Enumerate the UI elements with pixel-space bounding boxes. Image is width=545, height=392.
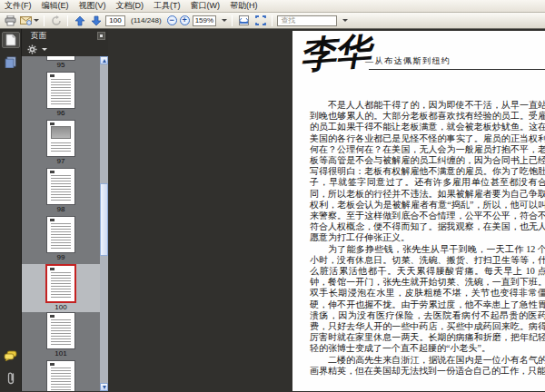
- thumbnail-header-mark: [50, 268, 54, 270]
- previous-view-button: [49, 15, 63, 27]
- zoom-in-button[interactable]: +: [180, 15, 190, 25]
- panel-menu-button[interactable]: [97, 32, 105, 40]
- thumbnail-text-lines: [51, 175, 71, 201]
- page-count-label: (114/248): [131, 16, 162, 24]
- thumbnails-options-bar: [22, 43, 108, 56]
- next-page-icon: [91, 15, 102, 26]
- thumbnail-page-number: 96: [57, 109, 65, 118]
- thumbnail-text-lines: [51, 272, 71, 298]
- page-thumbnail-97[interactable]: 97: [22, 120, 100, 168]
- page-thumbnail-99[interactable]: 99: [22, 216, 100, 264]
- fit-page-button[interactable]: [253, 15, 267, 27]
- menu-h[interactable]: 帮助(H): [230, 0, 258, 12]
- previous-page-icon: [74, 15, 85, 26]
- page-thumbnail-102[interactable]: 102: [22, 360, 100, 391]
- find-placeholder: 查找: [281, 15, 295, 25]
- fit-page-icon: [255, 15, 266, 25]
- page-thumbnail-96[interactable]: 96: [22, 72, 100, 120]
- toolbar-separator: [232, 15, 233, 26]
- menu-d[interactable]: 文档(D): [116, 0, 144, 12]
- thumbnail-page-number: 98: [57, 205, 65, 214]
- options-gear-icon[interactable]: [27, 42, 37, 58]
- document-page: 李华 —从布达佩斯到纽约 不是人人都能干得了的，因为即使不干活，从早一直站到晚也…: [292, 31, 545, 391]
- thumbnail-page-number: 100: [54, 303, 66, 312]
- thumbnail-image[interactable]: [46, 360, 75, 391]
- thumbnail-text-lines: [51, 223, 71, 249]
- author-signature: 李华: [299, 30, 371, 74]
- toolbar-separator: [67, 15, 68, 26]
- email-dropdown-caret[interactable]: [34, 19, 39, 22]
- scroll-down-button[interactable]: [100, 383, 108, 391]
- thumbnail-header-mark: [50, 315, 54, 318]
- comments-icon: [4, 350, 17, 361]
- pages-panel: 页面 9596979899100101102: [22, 29, 108, 391]
- page-thumbnail-98[interactable]: 98: [22, 168, 100, 216]
- thumbnail-image[interactable]: [46, 168, 75, 205]
- menu-e[interactable]: 编辑(E): [42, 0, 69, 12]
- thumbnails-area: 9596979899100101102: [22, 56, 108, 391]
- toolbar-separator: [44, 15, 45, 26]
- thumbnail-page-number: 95: [57, 61, 65, 70]
- thumbnail-page-number: 97: [57, 157, 65, 166]
- thumbnail-image[interactable]: [45, 264, 76, 303]
- toolbar-separator: [272, 15, 272, 26]
- next-page-button[interactable]: [89, 15, 103, 27]
- options-dropdown-caret[interactable]: [42, 48, 47, 51]
- page-thumbnail-100[interactable]: 100: [22, 264, 100, 312]
- body-paragraph: 不是人人都能干得了的，因为即使不干活，从早一直站到晚也够累人的。大部分老板都喜欢…: [310, 100, 545, 244]
- fit-width-icon: [238, 15, 250, 25]
- body-text: 不是人人都能干得了的，因为即使不干活，从早一直站到晚也够累人的。大部分老板都喜欢…: [310, 100, 545, 391]
- thumbnail-image[interactable]: [46, 72, 75, 109]
- thumbnails-scrollbar[interactable]: [100, 56, 108, 391]
- tab-pages[interactable]: [2, 32, 20, 48]
- thumbnail-image[interactable]: [46, 312, 75, 349]
- zoom-out-button[interactable]: −: [167, 15, 177, 25]
- email-button[interactable]: [20, 15, 39, 27]
- body-paragraph: 二楼的高先生来自浙江，据说在国内是一位小有名气的画界精英，但在美国却无法找到一份…: [310, 355, 545, 377]
- thumbnail-header-mark: [50, 171, 54, 173]
- find-input[interactable]: 查找: [277, 15, 337, 26]
- thumbnail-text-lines: [51, 79, 71, 104]
- fit-width-button[interactable]: [237, 15, 251, 27]
- find-dropdown-button[interactable]: [340, 15, 348, 26]
- previous-view-icon: [51, 15, 62, 26]
- thumbnail-header-mark: [50, 219, 54, 221]
- page-thumbnail-95[interactable]: 95: [22, 56, 100, 72]
- menu-w[interactable]: 窗口(W): [191, 0, 221, 12]
- scroll-up-button[interactable]: [100, 56, 108, 64]
- tab-comments[interactable]: [2, 348, 20, 364]
- pages-icon: [5, 34, 16, 46]
- paperclip-icon: [6, 371, 15, 385]
- body-paragraph: 为了能多挣些钱，张先生从早干到晚，一天工作 12 个小时，没有休息日。切菜、洗碗…: [310, 244, 545, 355]
- menu-bar: 文件(F)编辑(E)视图(V)文档(D)工具(T)窗口(W)帮助(H): [0, 0, 545, 13]
- thumbnail-image[interactable]: [46, 56, 75, 61]
- printer-icon: [5, 15, 16, 26]
- thumbnail-text-lines: [51, 142, 71, 152]
- zoom-dropdown-button[interactable]: [219, 15, 227, 26]
- menu-f[interactable]: 文件(F): [5, 0, 32, 12]
- menu-v[interactable]: 视图(V): [79, 0, 106, 12]
- thumbnail-header-mark: [50, 74, 54, 77]
- chapter-subtitle: —从布达佩斯到纽约: [365, 55, 451, 67]
- book-page-number: 100: [310, 388, 545, 391]
- tab-layers[interactable]: [2, 54, 20, 70]
- toolbar: (114/248) − + 159% 查找: [0, 13, 545, 29]
- thumbnail-list: 9596979899100101102: [22, 56, 100, 391]
- zoom-level-value: 159%: [195, 16, 213, 24]
- zoom-level-select[interactable]: 159%: [193, 15, 216, 26]
- layers-icon: [5, 56, 16, 68]
- thumbnail-image[interactable]: [46, 120, 75, 157]
- chapter-header: 李华 —从布达佩斯到纽约: [292, 31, 545, 89]
- thumbnail-header-mark: [50, 363, 54, 366]
- print-button[interactable]: [4, 15, 17, 27]
- tab-attachments[interactable]: [2, 369, 20, 386]
- scrollbar-thumb[interactable]: [100, 183, 108, 256]
- page-number-input[interactable]: [105, 15, 125, 26]
- page-thumbnail-101[interactable]: 101: [22, 312, 100, 360]
- document-view[interactable]: 李华 —从布达佩斯到纽约 不是人人都能干得了的，因为即使不干活，从早一直站到晚也…: [108, 29, 545, 391]
- menu-t[interactable]: 工具(T): [154, 0, 181, 12]
- thumbnail-image[interactable]: [46, 216, 75, 253]
- thumbnail-photo-block: [51, 126, 71, 139]
- previous-page-button[interactable]: [73, 15, 86, 27]
- thumbnail-page-number: 99: [57, 253, 65, 262]
